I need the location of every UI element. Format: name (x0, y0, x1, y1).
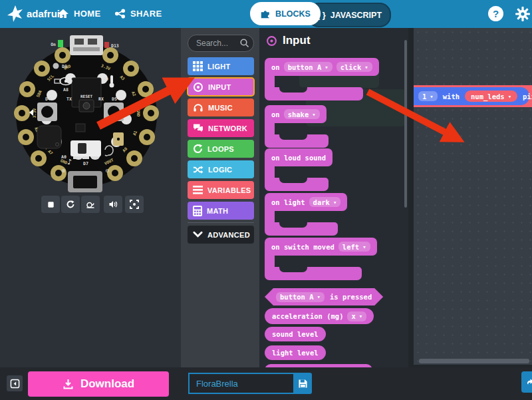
category-label: NETWORK (208, 124, 247, 132)
gear-icon (515, 6, 531, 22)
javascript-tab-label: JAVASCRIPT (331, 11, 382, 20)
variable-dropdown[interactable]: num_leds (465, 91, 517, 102)
help-button[interactable]: ? (488, 6, 503, 21)
svg-text:GND: GND (136, 109, 141, 116)
d5-label: D5 (112, 97, 117, 102)
block-on-switch-moved[interactable]: on switch moved left (265, 238, 377, 280)
accelerometer-chip (76, 124, 85, 132)
category-loops[interactable]: LOOPS (188, 140, 254, 158)
rx-label: RX (98, 97, 104, 102)
d13-led (104, 42, 109, 48)
button-dropdown[interactable]: button A (284, 62, 332, 72)
category-light[interactable]: LIGHT (188, 57, 254, 75)
category-network[interactable]: NETWORK (188, 119, 254, 137)
category-advanced[interactable]: ADVANCED (188, 226, 254, 244)
axis-dropdown[interactable]: x (347, 311, 366, 321)
block-create-strip[interactable]: 1 with num_leds pixels (414, 87, 529, 105)
block-label: with (443, 93, 460, 100)
block-on-loud-sound[interactable]: on loud sound (265, 148, 332, 191)
download-label: Download (80, 377, 134, 391)
flyout-header: Input (266, 34, 311, 47)
input-category-icon (266, 35, 277, 47)
loop-icon (193, 144, 203, 154)
d4-label: D4 (45, 97, 51, 102)
help-label: ? (493, 8, 499, 19)
horizontal-scrollbar[interactable] (419, 359, 529, 363)
project-name-input[interactable] (188, 373, 293, 394)
sim-restart-button[interactable] (61, 196, 80, 213)
pin-dropdown[interactable]: 1 (418, 91, 438, 101)
chevron-down-icon (193, 231, 203, 238)
home-label: HOME (74, 9, 101, 19)
gesture-dropdown[interactable]: shake (284, 109, 320, 119)
fullscreen-icon (130, 200, 139, 209)
a0-label: A0 (61, 154, 66, 160)
search-icon (239, 38, 249, 48)
button-dropdown[interactable]: button A (276, 292, 325, 302)
battery-minus-label: ⊖ (105, 168, 110, 174)
tab-blocks[interactable]: BLOCKS (250, 2, 321, 25)
block-set-strip[interactable]: 1 with num_leds pixels (414, 85, 532, 107)
button-a[interactable] (37, 102, 57, 121)
reset-button[interactable] (79, 100, 94, 112)
block-label: sound level (272, 330, 319, 338)
corner-action-button[interactable] (521, 371, 532, 393)
sim-slowmo-button[interactable] (81, 196, 100, 213)
home-button[interactable]: HOME (57, 8, 101, 19)
stop-icon (47, 200, 55, 209)
category-logic[interactable]: LOGIC (188, 160, 254, 178)
project-name-group (188, 373, 312, 394)
block-on-button-click[interactable]: on button A click (265, 58, 379, 100)
shuffle-icon (193, 165, 203, 174)
toolbox-search[interactable] (188, 35, 254, 52)
category-math[interactable]: MATH (188, 202, 254, 220)
event-dropdown[interactable]: click (336, 62, 372, 72)
home-icon (57, 8, 69, 19)
speaker-icon (108, 200, 118, 209)
category-label: LIGHT (207, 63, 231, 71)
light-condition-dropdown[interactable]: dark (309, 197, 341, 207)
switch-direction-dropdown[interactable]: left (338, 242, 370, 252)
input-flyout: Input on button A click on shake on (259, 28, 414, 367)
power-led-label: On (51, 42, 56, 47)
share-button[interactable]: SHARE (114, 8, 162, 19)
block-light-level[interactable]: light level (265, 345, 326, 360)
slide-switch[interactable] (70, 140, 101, 159)
tx-label: TX (66, 97, 72, 102)
block-on-light[interactable]: on light dark (265, 193, 347, 236)
header-bar: adafruit HOME SHARE JAVASCRIPT BLOCKS (0, 0, 532, 28)
category-label: LOGIC (208, 166, 232, 174)
block-label: acceleration (mg) (272, 312, 343, 320)
workspace[interactable]: 1 with num_leds pixels (414, 28, 532, 367)
block-button-is-pressed[interactable]: button A is pressed (265, 288, 383, 305)
button-b[interactable] (104, 102, 124, 121)
battery-plus-label: ⊕ (61, 168, 66, 174)
collapse-simulator-button[interactable] (7, 375, 23, 391)
speaker (37, 126, 61, 148)
block-acceleration[interactable]: acceleration (mg) x (265, 308, 374, 324)
download-button[interactable]: Download (28, 371, 169, 397)
bottom-bar: Download (0, 367, 532, 400)
flyout-scrollbar[interactable] (404, 40, 407, 208)
settings-button[interactable] (515, 6, 531, 25)
sim-fullscreen-button[interactable] (125, 196, 144, 213)
adafruit-logo[interactable]: adafruit (7, 5, 63, 22)
category-input[interactable]: INPUT (188, 78, 254, 96)
toolbox: LIGHT INPUT MUSIC NETWORK (181, 28, 259, 367)
category-label: LOOPS (207, 145, 234, 153)
block-on-shake[interactable]: on shake (265, 105, 329, 148)
list-icon (193, 186, 203, 194)
calculator-icon (193, 206, 202, 216)
sim-sound-button[interactable] (104, 196, 122, 213)
restart-icon (66, 200, 75, 209)
block-sound-level[interactable]: sound level (265, 327, 326, 341)
a8-label: A8 (63, 87, 68, 93)
flyout-title: Input (283, 34, 311, 47)
category-variables[interactable]: VARIABLES (188, 181, 254, 199)
save-button[interactable] (293, 373, 312, 394)
category-label: MUSIC (208, 104, 233, 112)
category-music[interactable]: MUSIC (188, 99, 254, 116)
grid-icon (193, 61, 203, 71)
download-icon (63, 379, 74, 389)
sim-stop-button[interactable] (41, 196, 60, 213)
